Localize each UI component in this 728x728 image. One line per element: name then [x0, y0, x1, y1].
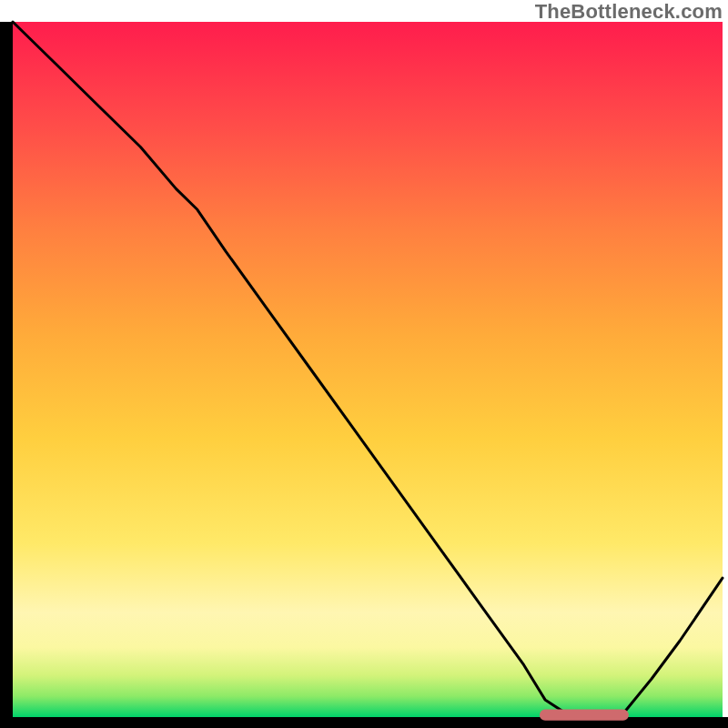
- watermark-text: TheBottleneck.com: [535, 0, 723, 24]
- y-axis: [0, 22, 13, 728]
- chart-container: TheBottleneck.com: [0, 0, 728, 728]
- bottleneck-chart: [0, 0, 728, 728]
